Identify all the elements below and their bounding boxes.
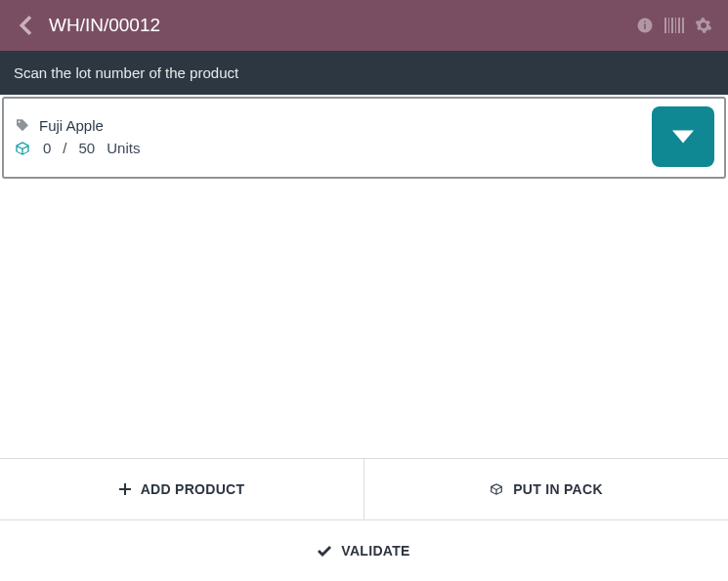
product-name-row: Fuji Apple — [14, 117, 140, 134]
page-title: WH/IN/00012 — [49, 15, 160, 36]
qty-uom: Units — [107, 140, 140, 156]
put-in-pack-button[interactable]: PUT IN PACK — [364, 459, 728, 519]
add-product-button[interactable]: ADD PRODUCT — [0, 459, 364, 519]
svg-rect-8 — [682, 18, 684, 33]
validate-label: VALIDATE — [341, 543, 409, 559]
back-button[interactable] — [10, 10, 41, 41]
box-icon — [14, 141, 31, 156]
svg-rect-5 — [671, 18, 673, 33]
plus-icon — [119, 483, 131, 495]
product-info: Fuji Apple 0 / 50 Units — [14, 117, 140, 156]
product-qty-row: 0 / 50 Units — [14, 140, 140, 156]
validate-button[interactable]: VALIDATE — [0, 520, 728, 581]
barcode-icon — [664, 18, 684, 33]
svg-rect-4 — [668, 18, 669, 33]
qty-sep: / — [63, 140, 66, 156]
header-bar: WH/IN/00012 — [0, 0, 728, 51]
qty-total: 50 — [79, 140, 96, 156]
tag-icon — [14, 118, 31, 134]
info-icon — [636, 17, 654, 34]
svg-rect-2 — [644, 21, 646, 23]
action-row: ADD PRODUCT PUT IN PACK — [0, 458, 728, 520]
gear-icon — [695, 17, 712, 34]
svg-rect-6 — [675, 18, 676, 33]
content-spacer — [0, 179, 728, 458]
barcode-button[interactable] — [660, 11, 689, 40]
scan-prompt-bar: Scan the lot number of the product — [0, 51, 728, 95]
svg-rect-3 — [664, 18, 666, 33]
info-button[interactable] — [630, 11, 660, 40]
check-icon — [318, 545, 331, 557]
put-in-pack-label: PUT IN PACK — [513, 481, 603, 497]
expand-line-button[interactable] — [652, 106, 714, 167]
svg-rect-7 — [678, 18, 680, 33]
svg-rect-1 — [644, 24, 646, 29]
qty-done: 0 — [43, 140, 51, 156]
settings-button[interactable] — [689, 11, 718, 40]
svg-rect-10 — [119, 488, 131, 490]
caret-down-icon — [672, 130, 694, 144]
product-line[interactable]: Fuji Apple 0 / 50 Units — [2, 97, 726, 179]
chevron-left-icon — [19, 16, 32, 35]
add-product-label: ADD PRODUCT — [141, 481, 245, 497]
package-icon — [490, 482, 503, 496]
product-name: Fuji Apple — [39, 117, 104, 134]
